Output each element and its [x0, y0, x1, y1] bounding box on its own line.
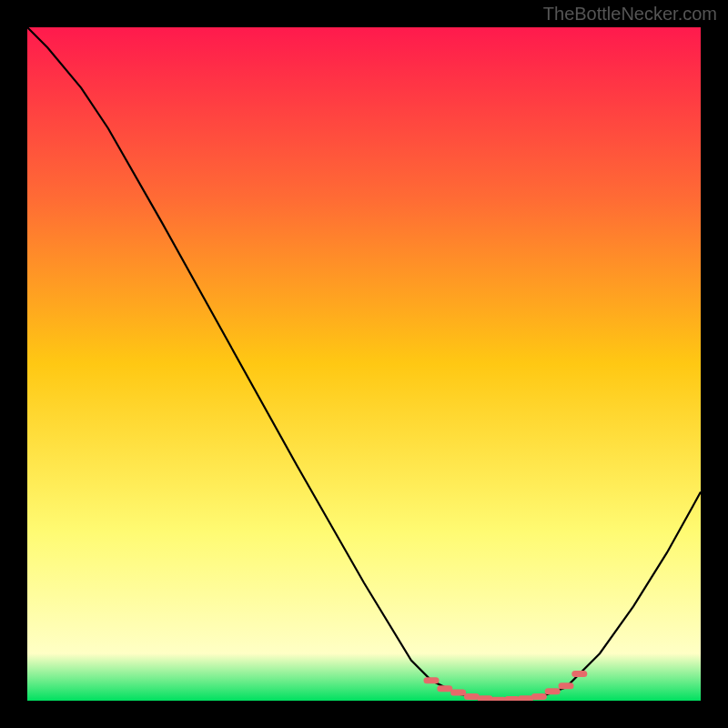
chart-svg — [27, 27, 701, 701]
gradient-background — [27, 27, 701, 701]
plot-area — [27, 27, 701, 701]
watermark-text: TheBottleNecker.com — [543, 4, 717, 25]
chart-container: TheBottleNecker.com — [0, 0, 728, 728]
